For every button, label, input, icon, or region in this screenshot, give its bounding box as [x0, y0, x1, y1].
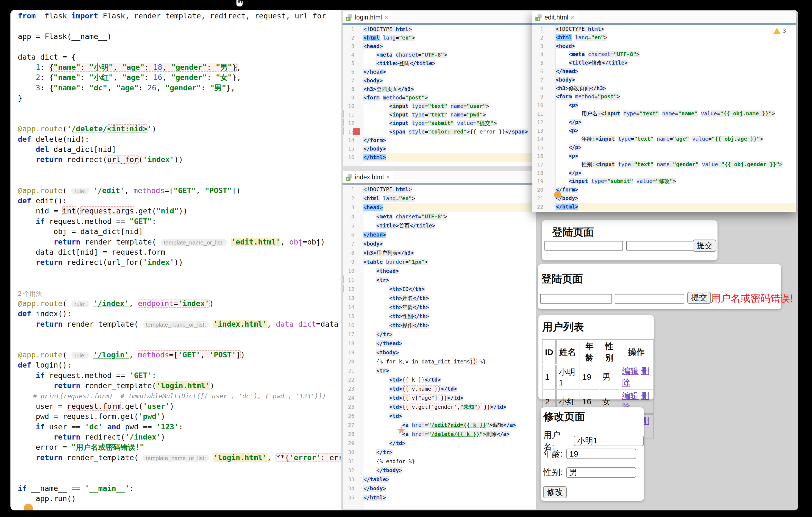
code-line: </td>: [364, 439, 536, 448]
user-input[interactable]: [545, 241, 623, 251]
table-cell: 1: [543, 365, 556, 389]
python-editor-panel[interactable]: from flask import Flask, render_template…: [10, 10, 341, 510]
code-line: <head>: [556, 42, 796, 51]
html-file-icon: H: [346, 14, 352, 21]
code-line: if user == 'dc' and pwd == '123':: [18, 422, 341, 432]
code-line: if __name__ == '__main__':: [18, 483, 341, 493]
code-line: <span style="color: red">{{ error }}</sp…: [364, 127, 537, 136]
line-number: 9: [343, 257, 354, 266]
line-number: 14: [343, 136, 354, 144]
code-line: </form>: [364, 136, 537, 144]
field-row: 年龄:: [543, 448, 636, 460]
name-input[interactable]: [574, 436, 644, 446]
user-input[interactable]: [540, 294, 612, 304]
code-line: <title>首页</title>: [364, 221, 536, 230]
code-line: # print(request.form) # ImmutableMultiDi…: [18, 391, 341, 401]
code-line: <td>: [364, 411, 536, 421]
login-code[interactable]: <!DOCTYPE html><html lang="en"><head> <m…: [364, 25, 537, 166]
line-number: 8: [532, 84, 543, 93]
line-number: 5: [532, 59, 543, 67]
tab-login-html[interactable]: H login.html ×: [343, 11, 392, 23]
line-number: 35: [343, 493, 354, 502]
close-icon[interactable]: ×: [384, 14, 388, 21]
edit-code[interactable]: <!DOCTYPE html><html lang="en"><head> <m…: [556, 25, 796, 212]
code-line: <body>: [364, 239, 536, 248]
line-number: 21: [343, 366, 354, 375]
line-number: 8: [343, 85, 354, 93]
code-line: </html>: [556, 203, 796, 211]
submit-button[interactable]: 提交: [693, 239, 717, 252]
index-code[interactable]: <!DOCTYPE html><html lang="en"><head> <m…: [364, 185, 536, 509]
line-number: 14: [532, 135, 543, 143]
close-icon[interactable]: ×: [386, 174, 390, 180]
code-line: <input type="submit" value="提交">: [364, 119, 537, 127]
python-code[interactable]: from flask import Flask, render_template…: [18, 11, 341, 510]
code-line: <tr>: [364, 276, 536, 285]
submit-button[interactable]: 提交: [687, 292, 711, 304]
code-line: def index():: [18, 309, 341, 319]
code-line: <form method="post">: [556, 93, 796, 101]
password-input[interactable]: [626, 241, 702, 251]
line-number: 17: [532, 161, 543, 169]
edit-link[interactable]: 编辑: [622, 391, 639, 400]
preview-title: 登陆页面: [552, 225, 594, 239]
code-line: @app.route( rule: '/index', endpoint='in…: [18, 298, 341, 309]
line-number: 1: [532, 25, 543, 33]
tab-label: index.html: [355, 174, 384, 181]
code-line: [18, 21, 341, 31]
table-header-row: ID姓名年龄性别操作: [543, 340, 653, 364]
line-number: 27: [343, 421, 354, 430]
login-tabbar: H login.html ×: [343, 11, 537, 23]
code-line: 1: {"name": "小明", "age": 18, "gender": "…: [18, 62, 341, 72]
line-number: 7: [343, 239, 354, 248]
code-line: error = "用户名或密码错误!": [18, 442, 341, 452]
line-number: 13: [532, 127, 543, 135]
line-number: 7: [532, 76, 543, 84]
code-line: pwd = request.form.get('pwd'): [18, 411, 341, 422]
line-number: 14: [343, 303, 354, 312]
code-line: <table border="1px">: [364, 257, 536, 266]
line-number: 3: [343, 42, 354, 51]
line-number: 1: [343, 25, 354, 33]
warnings-widget[interactable]: 3: [773, 27, 786, 34]
login-preview-card: 登陆页面 提交: [542, 220, 718, 260]
code-line: return redirect('/index'): [18, 432, 341, 442]
code-line: def login():: [18, 360, 341, 370]
breakpoint-icon[interactable]: [353, 128, 360, 135]
intention-bulb-icon[interactable]: [554, 191, 561, 198]
code-line: <td>{{ v["age"] }}</td>: [364, 393, 536, 402]
preview-title: 登陆页面: [541, 272, 583, 286]
line-number: 6: [343, 67, 354, 76]
edit-link[interactable]: 编辑: [622, 367, 639, 376]
gender-input[interactable]: [566, 467, 636, 478]
index-editor-panel[interactable]: H index.html × 1234567891011121314151617…: [342, 171, 536, 509]
login-editor-panel[interactable]: H login.html × 12345678910111213141516 <…: [342, 11, 537, 166]
code-line: {% endfor %}: [364, 457, 536, 466]
column-header: 年龄: [580, 340, 599, 364]
tab-edit-html[interactable]: H edit.html ×: [532, 11, 578, 23]
code-line: </tbody>: [364, 466, 536, 475]
tab-index-html[interactable]: H index.html ×: [343, 171, 394, 183]
code-line: [18, 175, 341, 185]
age-input[interactable]: [566, 449, 636, 459]
line-number: 10: [343, 266, 354, 276]
code-line: <body>: [556, 76, 796, 84]
line-number: 6: [343, 230, 354, 239]
code-line: </p>: [556, 169, 796, 177]
password-input[interactable]: [615, 294, 684, 304]
code-line: <head>: [364, 203, 536, 212]
edit-editor-panel[interactable]: H edit.html × 12345678910111213141516171…: [532, 11, 796, 212]
modify-button[interactable]: 修改: [543, 486, 567, 498]
user-list-preview-card: 用户列表 ID姓名年龄性别操作1小明119男编辑 删除2小红16女编辑 删除3d…: [539, 315, 654, 399]
code-line: return render_template( template_name_or…: [18, 237, 341, 247]
code-line: <p>: [556, 127, 796, 135]
code-line: def delete(nid):: [18, 134, 341, 144]
edit-tabbar: H edit.html ×: [532, 11, 796, 23]
code-line: [18, 278, 341, 288]
code-line: </body>: [364, 484, 536, 493]
line-number: 31: [343, 457, 354, 466]
code-line: </body>: [364, 144, 537, 153]
code-line: </head>: [364, 230, 536, 239]
close-icon[interactable]: ×: [571, 14, 575, 21]
code-line: [18, 463, 341, 473]
